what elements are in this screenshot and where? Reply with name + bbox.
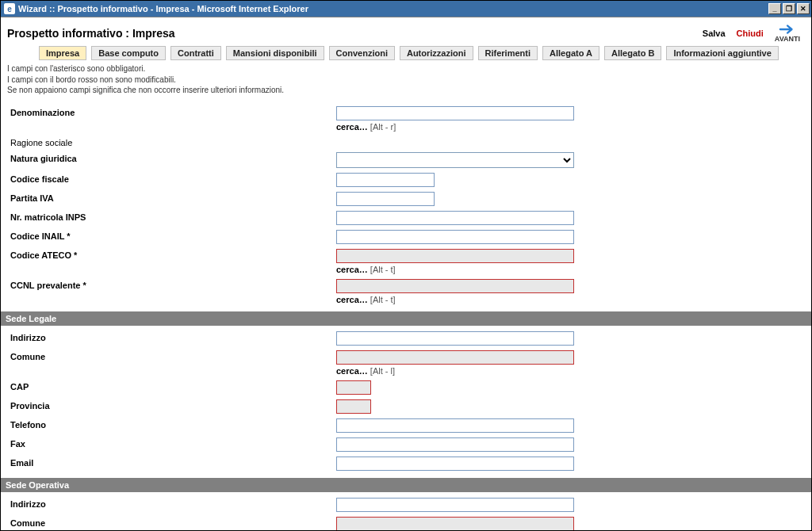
label-sl-fax: Fax <box>7 437 336 449</box>
tab-mansioni[interactable]: Mansioni disponibili <box>226 46 324 60</box>
select-natura-giuridica[interactable] <box>336 152 574 168</box>
label-ragione-sociale: Ragione sociale <box>7 136 336 147</box>
tab-impresa[interactable]: Impresa <box>39 46 86 60</box>
label-codice-ateco: Codice ATECO * <box>7 249 336 260</box>
input-ccnl <box>336 279 574 293</box>
label-ccnl: CCNL prevalente * <box>7 279 336 290</box>
tab-riferimenti[interactable]: Riferimenti <box>478 46 538 60</box>
label-sl-provincia: Provincia <box>7 399 336 411</box>
page-title: Prospetto informativo : Impresa <box>7 27 175 40</box>
arrow-right-icon <box>779 24 796 35</box>
maximize-button[interactable]: ❐ <box>783 3 795 14</box>
save-link[interactable]: Salva <box>703 29 726 38</box>
label-sl-email: Email <box>7 457 336 468</box>
input-sl-fax[interactable] <box>336 437 574 452</box>
close-link[interactable]: Chiudi <box>737 29 764 38</box>
tab-bar: Impresa Base computo Contratti Mansioni … <box>7 46 805 62</box>
minimize-button[interactable]: _ <box>768 3 781 14</box>
form-impresa: Denominazione cerca… [Alt - r] Ragione s… <box>7 104 805 531</box>
label-matricola-inps: Nr. matricola INPS <box>7 211 336 222</box>
label-codice-fiscale: Codice fiscale <box>7 173 336 184</box>
tab-contratti[interactable]: Contratti <box>170 46 221 60</box>
tab-base-computo[interactable]: Base computo <box>91 46 166 60</box>
input-so-indirizzo[interactable] <box>336 498 574 512</box>
input-denominazione[interactable] <box>336 106 574 120</box>
tab-convenzioni[interactable]: Convenzioni <box>329 46 395 60</box>
input-codice-fiscale[interactable] <box>336 173 435 187</box>
page-content: Prospetto informativo : Impresa Salva Ch… <box>1 17 811 530</box>
input-codice-ateco <box>336 249 574 263</box>
tab-autorizzazioni[interactable]: Autorizzazioni <box>400 46 473 60</box>
search-ccnl[interactable]: cerca… [Alt - t] <box>336 295 805 304</box>
input-sl-provincia <box>336 399 371 414</box>
search-sl-comune[interactable]: cerca… [Alt - l] <box>336 366 805 376</box>
label-codice-inail: Codice INAIL * <box>7 230 336 241</box>
ie-icon: e <box>4 3 15 14</box>
label-so-comune: Comune <box>7 517 336 528</box>
titlebar: e Wizard :: Prospetto informativo - Impr… <box>1 1 811 17</box>
form-hints: I campi con l'asterisco sono obbligatori… <box>7 63 805 96</box>
input-matricola-inps[interactable] <box>336 211 574 225</box>
input-codice-inail[interactable] <box>336 230 574 244</box>
input-sl-email[interactable] <box>336 457 574 471</box>
label-sl-comune: Comune <box>7 350 336 361</box>
label-natura-giuridica: Natura giuridica <box>7 152 336 163</box>
close-window-button[interactable]: ✕ <box>797 3 810 14</box>
label-sl-indirizzo: Indirizzo <box>7 331 336 342</box>
label-partita-iva: Partita IVA <box>7 192 336 203</box>
input-so-comune <box>336 517 574 531</box>
input-partita-iva[interactable] <box>336 192 435 206</box>
label-so-indirizzo: Indirizzo <box>7 498 336 509</box>
search-codice-ateco[interactable]: cerca… [Alt - t] <box>336 265 805 274</box>
label-sl-telefono: Telefono <box>7 418 336 430</box>
tab-allegato-b[interactable]: Allegato B <box>604 46 661 60</box>
search-denominazione[interactable]: cerca… [Alt - r] <box>336 122 805 132</box>
section-sede-operativa: Sede Operativa <box>1 478 811 492</box>
section-sede-legale: Sede Legale <box>1 311 811 326</box>
input-sl-telefono[interactable] <box>336 418 574 433</box>
label-denominazione: Denominazione <box>7 106 336 117</box>
window-title: Wizard :: Prospetto informativo - Impres… <box>18 4 308 13</box>
app-window: e Wizard :: Prospetto informativo - Impr… <box>0 0 812 531</box>
input-sl-indirizzo[interactable] <box>336 331 574 346</box>
input-sl-cap <box>336 380 371 395</box>
label-sl-cap: CAP <box>7 380 336 392</box>
tab-allegato-a[interactable]: Allegato A <box>542 46 599 60</box>
next-button[interactable]: AVANTI <box>775 24 800 43</box>
input-sl-comune <box>336 350 574 365</box>
tab-info-aggiuntive[interactable]: Informazioni aggiuntive <box>666 46 778 60</box>
